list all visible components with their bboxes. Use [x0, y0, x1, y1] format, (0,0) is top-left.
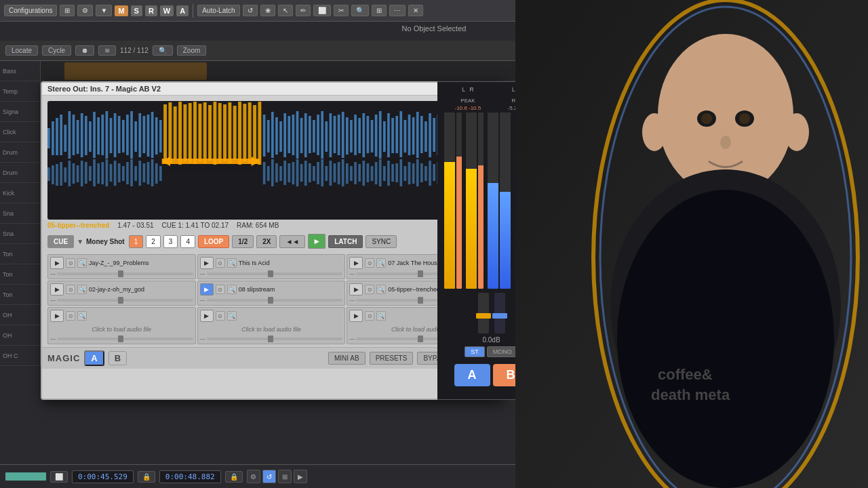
w-button[interactable]: W	[160, 5, 174, 16]
slot-6-load-icon[interactable]: ⊙	[365, 285, 374, 294]
timeline-lock-btn[interactable]: 🔒	[138, 471, 155, 483]
prev-btn[interactable]: ◄◄	[279, 235, 305, 248]
2x-btn[interactable]: 2X	[256, 235, 277, 248]
slot-7-slider-thumb[interactable]	[118, 336, 123, 342]
latch-btn[interactable]: LATCH	[328, 235, 363, 248]
slot-8-empty-label[interactable]: Click to load audio file	[200, 323, 343, 336]
slot-5-zoom-icon[interactable]: 🔍	[227, 285, 237, 294]
slot-4-load-icon[interactable]: ⊙	[66, 285, 75, 294]
misc-btn2[interactable]: ⋯	[389, 5, 406, 16]
slot-2-zoom-icon[interactable]: 🔍	[227, 258, 237, 268]
slot-5-play-btn[interactable]: ▶	[200, 283, 214, 296]
timeline-loop-icon[interactable]: ↺	[262, 470, 276, 483]
num-2-btn[interactable]: 2	[146, 235, 161, 248]
slot-7-zoom-icon[interactable]: 🔍	[77, 311, 87, 321]
slot-7-play-btn[interactable]: ▶	[50, 310, 64, 322]
slot-7-vol-slider[interactable]	[57, 338, 193, 340]
slot-1-zoom-icon[interactable]: 🔍	[77, 258, 87, 268]
m-button[interactable]: M	[115, 5, 127, 16]
timeline-btn-1[interactable]: ⬜	[50, 471, 68, 483]
slot-1-slider-thumb[interactable]	[118, 270, 123, 277]
slot-5-slider-thumb[interactable]	[268, 297, 273, 304]
num-1-btn[interactable]: 1	[129, 235, 144, 248]
misc-btn3[interactable]: ✕	[408, 5, 423, 16]
search-btn[interactable]: 🔍	[153, 45, 173, 56]
slot-7-load-icon[interactable]: ⊙	[66, 311, 75, 321]
misc-btn1[interactable]: ⊞	[372, 5, 387, 16]
play-btn[interactable]: ►	[308, 234, 326, 249]
zoom-btn[interactable]: 🔍	[351, 5, 369, 16]
timeline-grid-icon[interactable]: ⊞	[278, 470, 292, 483]
cue-dropdown[interactable]: ▼	[77, 238, 83, 245]
cue-button[interactable]: CUE	[47, 235, 74, 248]
magic-a-btn[interactable]: A	[84, 350, 104, 366]
zoom-tool-btn[interactable]: Zoom	[177, 45, 207, 56]
vu-fader-l[interactable]	[478, 293, 489, 333]
sync-btn[interactable]: SYNC	[366, 235, 397, 248]
slot-9-load-icon[interactable]: ⊙	[365, 311, 374, 321]
slot-3-load-icon[interactable]: ⊙	[365, 258, 374, 268]
rec-btn[interactable]: ⏺	[75, 45, 94, 56]
timeline-settings-icon[interactable]: ⚙	[247, 470, 260, 483]
slot-6-play-btn[interactable]: ▶	[349, 283, 363, 296]
a-button[interactable]: A	[176, 5, 189, 16]
vu-fader-r-thumb[interactable]	[492, 313, 507, 319]
slot-5-vol-slider[interactable]	[207, 299, 343, 302]
leaf-icon-btn[interactable]: ❀	[260, 5, 275, 16]
slot-2-play-btn[interactable]: ▶	[200, 257, 214, 269]
slot-8-play-btn[interactable]: ▶	[200, 310, 214, 322]
settings-icon-btn[interactable]: ⚙	[77, 5, 93, 16]
slot-8-load-icon[interactable]: ⊙	[216, 311, 225, 321]
marquee-btn[interactable]: ⬜	[313, 5, 331, 16]
slot-9-slider-thumb[interactable]	[418, 336, 423, 342]
loop-icon-btn[interactable]: ↺	[243, 5, 258, 16]
configurations-btn[interactable]: Configurations	[4, 5, 57, 16]
timeline-lock-btn2[interactable]: 🔒	[225, 471, 243, 483]
st-btn[interactable]: ST	[465, 346, 485, 357]
slot-4-slider-thumb[interactable]	[118, 297, 123, 304]
num-4-btn[interactable]: 4	[180, 235, 195, 248]
loop-btn[interactable]: LOOP	[198, 235, 229, 248]
slot-4-vol-slider[interactable]	[57, 299, 193, 302]
mini-ab-btn[interactable]: MINI AB	[328, 352, 366, 365]
slot-8-slider-thumb[interactable]	[268, 336, 273, 342]
cycle-btn[interactable]: Cycle	[42, 45, 71, 56]
slot-3-zoom-icon[interactable]: 🔍	[376, 258, 386, 268]
locate-btn[interactable]: Locate	[5, 45, 38, 56]
vu-fader-r[interactable]	[494, 293, 505, 333]
half-btn[interactable]: 1/2	[232, 235, 254, 248]
slot-6-slider-thumb[interactable]	[418, 297, 423, 304]
slot-2-vol-slider[interactable]	[207, 272, 343, 275]
cursor-btn[interactable]: ↖	[278, 5, 293, 16]
slot-5-load-icon[interactable]: ⊙	[216, 285, 225, 294]
slot-3-slider-thumb[interactable]	[418, 270, 423, 277]
wave-btn[interactable]: ≋	[98, 45, 116, 56]
r-button[interactable]: R	[145, 5, 157, 16]
slot-1-load-icon[interactable]: ⊙	[66, 258, 75, 268]
slot-2-slider-thumb[interactable]	[268, 270, 273, 277]
slot-9-play-btn[interactable]: ▶	[349, 310, 363, 322]
slot-1-play-btn[interactable]: ▶	[50, 257, 64, 269]
mono-btn[interactable]: MONO	[487, 346, 518, 357]
pencil-btn[interactable]: ✏	[296, 5, 311, 16]
vu-fader-l-thumb[interactable]	[476, 313, 491, 319]
slot-2-load-icon[interactable]: ⊙	[216, 258, 225, 268]
scissors-btn[interactable]: ✂	[334, 5, 349, 16]
presets-btn[interactable]: PRESETS	[370, 352, 414, 365]
slot-1-vol-slider[interactable]	[57, 272, 193, 275]
s-button[interactable]: S	[131, 5, 142, 16]
slot-4-zoom-icon[interactable]: 🔍	[77, 285, 87, 294]
slot-7-empty-label[interactable]: Click to load audio file	[50, 323, 193, 336]
dropdown-icon-btn[interactable]: ▼	[96, 5, 112, 16]
auto-latch-btn[interactable]: Auto-Latch	[197, 5, 239, 16]
magic-b-btn[interactable]: B	[108, 351, 127, 365]
slot-9-zoom-icon[interactable]: 🔍	[376, 311, 386, 321]
grid-icon-btn[interactable]: ⊞	[60, 5, 75, 16]
timeline-play-icon[interactable]: ▶	[294, 470, 307, 483]
slot-3-play-btn[interactable]: ▶	[349, 257, 363, 269]
slot-8-vol-slider[interactable]	[207, 338, 343, 340]
slot-6-zoom-icon[interactable]: 🔍	[376, 285, 386, 294]
vu-a-btn[interactable]: A	[454, 364, 490, 386]
num-3-btn[interactable]: 3	[163, 235, 178, 248]
slot-8-zoom-icon[interactable]: 🔍	[227, 311, 237, 321]
